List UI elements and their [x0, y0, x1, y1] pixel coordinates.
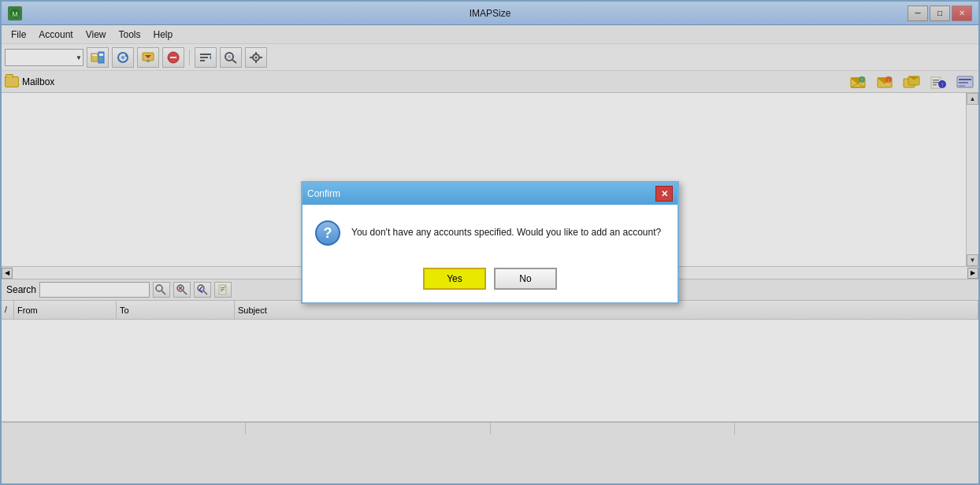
dialog-title: Confirm [307, 188, 340, 199]
dialog-question-icon: ? [315, 220, 340, 246]
dialog-no-button[interactable]: No [494, 268, 557, 290]
dialog-message: You don't have any accounts specified. W… [351, 220, 661, 239]
app-window: M IMAPSize ─ □ ✕ File Account View Tools… [0, 0, 980, 485]
dialog-titlebar: Confirm ✕ [303, 183, 677, 205]
confirm-dialog: Confirm ✕ ? You don't have any accounts … [301, 181, 679, 304]
dialog-buttons: Yes No [303, 261, 677, 302]
dialog-close-button[interactable]: ✕ [655, 186, 673, 202]
dialog-body: ? You don't have any accounts specified.… [303, 205, 677, 261]
dialog-yes-button[interactable]: Yes [423, 268, 486, 290]
dialog-overlay: Confirm ✕ ? You don't have any accounts … [2, 2, 978, 483]
